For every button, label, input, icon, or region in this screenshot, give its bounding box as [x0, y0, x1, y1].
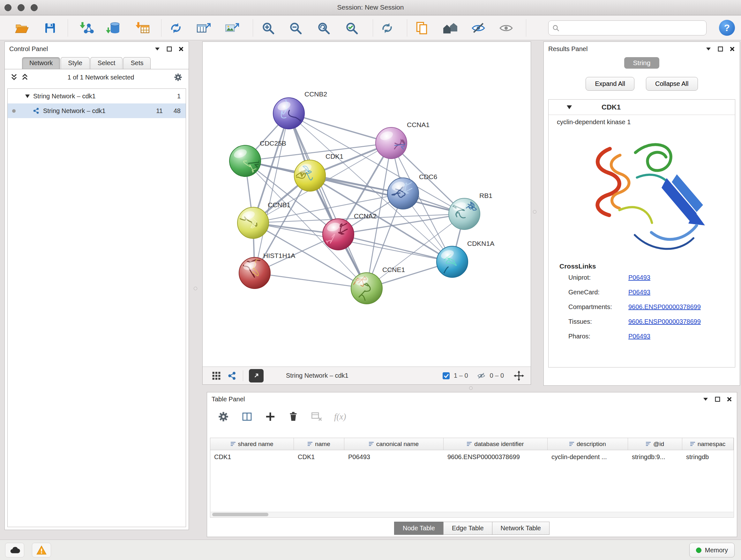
table-cell[interactable]: cyclin-dependent ...	[548, 453, 628, 461]
panel-menu-icon[interactable]	[702, 396, 709, 401]
network-edge[interactable]	[289, 113, 391, 143]
table-cell[interactable]: 9606.ENSP00000378699	[444, 453, 548, 461]
zoom-out-button[interactable]	[286, 20, 305, 37]
tree-caret-icon[interactable]	[25, 94, 30, 98]
crosslink-link[interactable]: 9606.ENSP00000378699	[628, 303, 701, 311]
crosslink-link[interactable]: P06493	[628, 289, 650, 296]
zoom-fit-button[interactable]	[315, 20, 333, 37]
string-tab[interactable]: String	[624, 57, 660, 69]
table-cell[interactable]: P06493	[344, 453, 444, 461]
table-cell[interactable]: CDK1	[294, 453, 344, 461]
column-header-description[interactable]: description	[548, 438, 628, 450]
column-header--id[interactable]: @id	[628, 438, 682, 450]
export-table-button[interactable]	[194, 20, 212, 37]
zoom-in-button[interactable]	[259, 20, 277, 37]
panel-menu-icon[interactable]	[154, 46, 160, 51]
cloud-status-button[interactable]	[5, 543, 24, 557]
show-all-button[interactable]	[497, 20, 515, 37]
network-icon[interactable]	[227, 371, 237, 381]
table-cell[interactable]: stringdb	[682, 453, 734, 461]
export-image-button[interactable]	[223, 20, 241, 37]
network-canvas[interactable]: CCNB2CCNA1CDC25BCDK1CDC6RB1CCNB1CCNA2CDK…	[203, 42, 531, 367]
selected-checkbox-icon[interactable]	[442, 372, 450, 380]
save-session-button[interactable]	[41, 20, 59, 37]
expand-all-button[interactable]: Expand All	[586, 77, 634, 91]
close-panel-icon[interactable]	[178, 46, 184, 52]
splitter-handle[interactable]	[533, 210, 536, 213]
export-network-button[interactable]	[167, 20, 185, 37]
delete-table-icon-disabled[interactable]	[311, 411, 323, 423]
tab-network[interactable]: Network	[22, 57, 60, 69]
delete-column-icon[interactable]	[287, 411, 299, 422]
network-node[interactable]: CDC6	[387, 173, 437, 209]
gear-icon[interactable]	[217, 411, 229, 423]
tab-edge-table[interactable]: Edge Table	[443, 522, 492, 535]
float-panel-icon[interactable]	[718, 46, 724, 52]
import-network-file-button[interactable]	[77, 20, 95, 37]
network-node[interactable]: CCNA1	[376, 121, 429, 159]
pan-crosshair-icon[interactable]	[514, 370, 524, 381]
network-node[interactable]: CCNB1	[234, 201, 290, 239]
column-header-name[interactable]: name	[294, 438, 344, 450]
hidden-eye-icon[interactable]	[476, 372, 486, 380]
crosslink-link[interactable]: P06493	[628, 274, 650, 281]
import-network-database-button[interactable]	[105, 20, 122, 37]
float-panel-icon[interactable]	[166, 46, 172, 52]
table-cell[interactable]: CDK1	[210, 453, 294, 461]
search-input[interactable]	[562, 24, 702, 32]
zoom-selected-button[interactable]	[343, 20, 360, 37]
crosslink-link[interactable]: P06493	[628, 333, 650, 340]
search-box[interactable]	[548, 20, 706, 36]
network-node[interactable]: RB1	[449, 192, 492, 230]
network-node[interactable]: CDK1	[294, 152, 343, 191]
network-edge[interactable]	[289, 113, 367, 288]
memory-button[interactable]: Memory	[689, 543, 735, 557]
show-columns-icon[interactable]	[241, 411, 253, 423]
tab-network-table[interactable]: Network Table	[492, 522, 549, 535]
open-session-button[interactable]	[13, 20, 30, 37]
first-neighbors-button[interactable]	[441, 20, 459, 37]
network-node[interactable]: CDKN1A	[436, 240, 494, 292]
network-edge[interactable]	[310, 176, 464, 214]
warnings-button[interactable]	[32, 543, 51, 557]
column-header-canonical-name[interactable]: canonical name	[344, 438, 444, 450]
gear-icon[interactable]	[173, 72, 183, 82]
network-row[interactable]: String Network – cdk1 11 48	[8, 104, 186, 118]
expand-all-icon[interactable]	[21, 73, 28, 81]
close-panel-icon[interactable]	[726, 396, 732, 402]
function-builder-icon[interactable]: f(x)	[334, 412, 346, 422]
panel-menu-icon[interactable]	[705, 46, 712, 51]
close-panel-icon[interactable]	[729, 46, 735, 52]
tab-sets[interactable]: Sets	[123, 57, 151, 69]
refresh-layout-button[interactable]	[378, 20, 396, 37]
tab-style[interactable]: Style	[61, 57, 89, 69]
network-collection-row[interactable]: String Network – cdk1 1	[8, 89, 186, 104]
grid-view-icon[interactable]	[211, 370, 222, 381]
float-panel-icon[interactable]	[715, 396, 721, 402]
column-header-namespac[interactable]: namespac	[682, 438, 734, 450]
splitter-handle[interactable]	[469, 386, 473, 390]
splitter-handle[interactable]	[194, 287, 197, 290]
collapse-all-button[interactable]: Collapse All	[646, 77, 698, 91]
hide-selected-button[interactable]	[469, 20, 487, 37]
tab-select[interactable]: Select	[90, 57, 123, 69]
network-node[interactable]: CCNB2	[273, 90, 327, 129]
collapse-all-icon[interactable]	[10, 73, 17, 81]
table-row[interactable]: CDK1CDK1P064939606.ENSP00000378699cyclin…	[210, 450, 734, 463]
horizontal-scrollbar[interactable]	[211, 512, 733, 517]
network-edge[interactable]	[255, 113, 289, 273]
column-header-shared-name[interactable]: shared name	[210, 438, 294, 450]
column-header-database-identifier[interactable]: database identifier	[444, 438, 548, 450]
network-node[interactable]: HIST1H1A	[239, 252, 295, 289]
add-column-icon[interactable]	[265, 411, 276, 422]
tab-node-table[interactable]: Node Table	[394, 522, 444, 535]
scrollbar-thumb[interactable]	[212, 513, 268, 516]
table-cell[interactable]: stringdb:9...	[628, 453, 682, 461]
crosslink-link[interactable]: 9606.ENSP00000378699	[628, 318, 701, 325]
annotations-button[interactable]	[413, 20, 431, 37]
open-view-in-window-button[interactable]	[249, 369, 264, 382]
network-edge[interactable]	[255, 273, 367, 288]
help-button[interactable]: ?	[719, 20, 735, 36]
collapse-caret-icon[interactable]	[566, 105, 572, 110]
import-table-file-button[interactable]	[133, 20, 151, 37]
